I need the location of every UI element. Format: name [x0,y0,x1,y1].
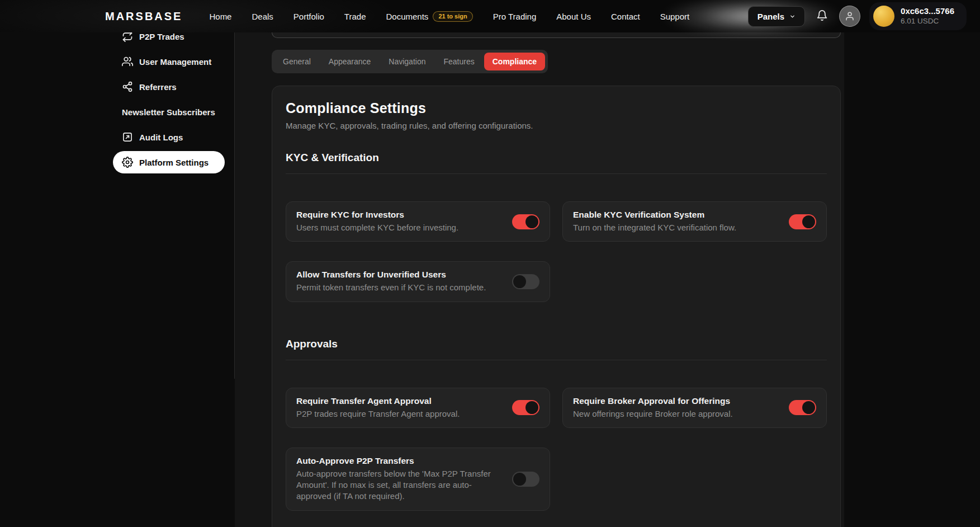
setting-text: Auto-Approve P2P TransfersAuto-approve t… [296,456,503,502]
sidebar-item-user-management[interactable]: User Management [113,50,225,73]
setting-description: Users must complete KYC before investing… [296,222,458,233]
swap-icon [122,31,133,42]
nav-item-contact[interactable]: Contact [611,12,640,21]
nav-item-pro-trading[interactable]: Pro Trading [493,12,537,21]
setting-title: Require Transfer Agent Approval [296,396,460,406]
wallet-balance: 6.01 USDC [901,17,954,26]
setting-description: Permit token transfers even if KYC is no… [296,282,486,293]
nav-item-label: Deals [252,12,273,21]
sidebar-item-label: P2P Trades [139,32,184,41]
nav-item-label: Contact [611,12,640,21]
setting-text: Require KYC for InvestorsUsers must comp… [296,210,458,233]
top-nav: MARSBASE HomeDealsPortfolioTradeDocument… [0,0,980,32]
tab-compliance[interactable]: Compliance [484,53,545,70]
panels-button[interactable]: Panels [748,6,805,27]
setting-text: Allow Transfers for Unverified UsersPerm… [296,270,486,293]
sidebar-item-label: Platform Settings [139,158,209,167]
setting-require-broker-approval-for-offerings: Require Broker Approval for OfferingsNew… [562,388,827,428]
toggle-knob [513,275,526,288]
setting-require-transfer-agent-approval: Require Transfer Agent ApprovalP2P trade… [286,388,550,428]
nav-item-deals[interactable]: Deals [252,12,273,21]
nav-item-portfolio[interactable]: Portfolio [293,12,324,21]
sidebar-item-audit-logs[interactable]: Audit Logs [113,126,225,148]
wallet-chip[interactable]: 0xc6c3...5766 6.01 USDC [869,2,967,30]
setting-text: Require Broker Approval for OfferingsNew… [573,396,733,420]
toggle-knob [513,473,526,486]
sidebar-item-newsletter-subscribers[interactable]: Newsletter Subscribers [113,101,225,123]
setting-allow-transfers-for-unverified-users: Allow Transfers for Unverified UsersPerm… [286,261,550,302]
nav-item-label: Documents [386,12,429,21]
auto-approve-p2p-transfers-toggle[interactable] [512,472,539,487]
share-icon [122,81,133,92]
section-heading: KYC & Verification [286,152,827,174]
main-nav: HomeDealsPortfolioTradeDocuments21 to si… [209,11,689,22]
notifications-button[interactable] [814,7,830,25]
section-approvals: ApprovalsRequire Transfer Agent Approval… [286,338,827,511]
sidebar-item-label: Referrers [139,82,177,92]
user-avatar[interactable] [839,6,860,27]
sidebar-item-label: Newsletter Subscribers [122,107,215,117]
scrolled-card-bottom-edge [272,32,841,38]
wallet-info: 0xc6c3...5766 6.01 USDC [901,6,954,26]
section-kyc-verification: KYC & VerificationRequire KYC for Invest… [286,152,827,302]
settings-grid: Require Transfer Agent ApprovalP2P trade… [286,388,827,511]
nav-item-label: Pro Trading [493,12,537,21]
setting-description: Turn on the integrated KYC verification … [573,222,736,233]
setting-enable-kyc-verification-system: Enable KYC Verification SystemTurn on th… [562,201,827,242]
toggle-knob [802,215,815,228]
chevron-down-icon [789,13,796,20]
page-subtitle: Manage KYC, approvals, trading rules, an… [286,121,827,130]
allow-transfers-for-unverified-users-toggle[interactable] [512,274,539,289]
nav-item-label: Home [209,12,231,21]
setting-title: Require Broker Approval for Offerings [573,396,733,406]
nav-item-label: Trade [344,12,366,21]
sidebar-item-referrers[interactable]: Referrers [113,76,225,98]
sidebar-item-label: User Management [139,57,211,67]
setting-title: Allow Transfers for Unverified Users [296,270,486,280]
nav-item-about-us[interactable]: About Us [556,12,591,21]
audit-icon [122,131,133,143]
main-column: GeneralAppearanceNavigationFeaturesCompl… [272,32,841,527]
tab-appearance[interactable]: Appearance [320,53,380,70]
require-transfer-agent-approval-toggle[interactable] [512,400,539,415]
setting-text: Require Transfer Agent ApprovalP2P trade… [296,396,460,420]
setting-text: Enable KYC Verification SystemTurn on th… [573,210,736,233]
logo[interactable]: MARSBASE [105,10,182,23]
section-heading: Approvals [286,338,827,360]
nav-right-group: Panels 0xc6c3...5766 6.01 USDC [748,2,967,30]
nav-item-support[interactable]: Support [660,12,690,21]
person-icon [845,11,855,21]
bell-icon [816,10,828,21]
nav-item-documents[interactable]: Documents21 to sign [386,11,473,22]
setting-description: New offerings require Broker role approv… [573,408,733,420]
setting-description: Auto-approve transfers below the 'Max P2… [296,468,503,502]
enable-kyc-verification-system-toggle[interactable] [789,214,816,229]
nav-item-trade[interactable]: Trade [344,12,366,21]
nav-item-label: Support [660,12,690,21]
sidebar-item-label: Audit Logs [139,133,183,142]
setting-title: Auto-Approve P2P Transfers [296,456,503,466]
setting-description: P2P trades require Transfer Agent approv… [296,408,460,420]
compliance-settings-card: Compliance Settings Manage KYC, approval… [272,86,841,527]
nav-item-home[interactable]: Home [209,12,231,21]
settings-grid: Require KYC for InvestorsUsers must comp… [286,201,827,302]
gear-icon [122,157,133,168]
settings-tabbar: GeneralAppearanceNavigationFeaturesCompl… [272,50,548,73]
tab-features[interactable]: Features [435,53,482,70]
documents-to-sign-badge: 21 to sign [433,11,472,22]
usdc-coin-icon [873,6,894,27]
toggle-knob [802,401,815,414]
require-broker-approval-for-offerings-toggle[interactable] [789,400,816,415]
setting-title: Enable KYC Verification System [573,210,736,220]
users-icon [122,56,133,67]
require-kyc-for-investors-toggle[interactable] [512,214,539,229]
toggle-knob [525,401,538,414]
setting-auto-approve-p2p-transfers: Auto-Approve P2P TransfersAuto-approve t… [286,448,550,511]
sidebar-item-platform-settings[interactable]: Platform Settings [113,151,225,173]
toggle-knob [525,215,538,228]
tab-general[interactable]: General [274,53,319,70]
tab-navigation[interactable]: Navigation [380,53,434,70]
content-region: GeneralAppearanceNavigationFeaturesCompl… [235,32,844,527]
setting-require-kyc-for-investors: Require KYC for InvestorsUsers must comp… [286,201,550,242]
wallet-address: 0xc6c3...5766 [901,6,954,16]
